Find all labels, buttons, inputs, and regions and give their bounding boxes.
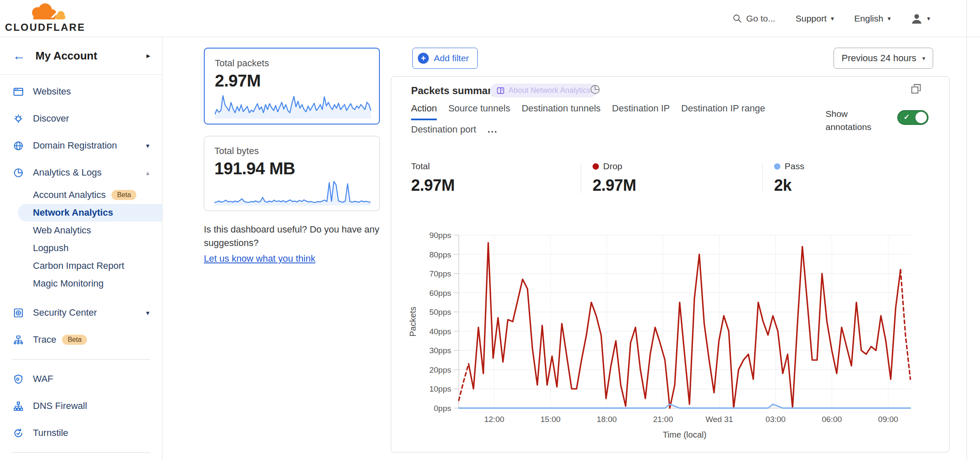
tab-destination-ip-range[interactable]: Destination IP range xyxy=(681,103,765,120)
global-search[interactable]: Go to... xyxy=(733,14,775,24)
chevron-down-icon: ▾ xyxy=(927,15,930,22)
svg-text:20pps: 20pps xyxy=(429,365,451,374)
page-scrollbar-track[interactable] xyxy=(966,0,967,460)
svg-text:Wed 31: Wed 31 xyxy=(706,415,733,424)
globe-icon xyxy=(13,140,24,152)
sidebar-item-carbon-impact-report[interactable]: Carbon Impact Report xyxy=(0,257,162,275)
svg-text:50pps: 50pps xyxy=(429,308,451,317)
feedback-link[interactable]: Let us know what you think xyxy=(204,252,315,265)
sidebar-item-magic-monitoring[interactable]: Magic Monitoring xyxy=(0,275,162,292)
sidebar-item-logpush[interactable]: Logpush xyxy=(0,239,162,257)
sidebar-item-domain-registration[interactable]: Domain Registration ▾ xyxy=(0,132,162,159)
total-packets-card[interactable]: Total packets 2.97M xyxy=(204,48,380,124)
search-label: Go to... xyxy=(746,14,775,24)
tab-destination-port[interactable]: Destination port xyxy=(411,124,476,140)
sidebar-item-label: DNS Firewall xyxy=(33,400,87,411)
tab-destination-ip[interactable]: Destination IP xyxy=(612,103,670,120)
stats-row: Total 2.97M Drop 2.97M Pass xyxy=(391,161,950,195)
svg-text:18:00: 18:00 xyxy=(597,415,617,424)
cloudflare-logo[interactable]: CLOUDFLARE xyxy=(9,3,81,33)
sidebar-item-account-analytics[interactable]: Account Analytics Beta xyxy=(0,186,162,204)
sidebar-item-label: WAF xyxy=(33,373,53,384)
show-annotations-label: Show annotations xyxy=(826,107,889,133)
pie-chart-icon xyxy=(13,167,24,179)
sidebar-item-websites[interactable]: Websites xyxy=(0,78,162,105)
sidebar-item-security-center[interactable]: Security Center ▾ xyxy=(0,299,162,326)
chevron-right-icon[interactable]: ▸ xyxy=(146,51,150,60)
toggle-knob xyxy=(915,112,927,123)
card-title: Total bytes xyxy=(214,146,369,157)
back-arrow-icon[interactable]: ← xyxy=(13,49,25,62)
stat-divider xyxy=(762,163,763,193)
chevron-down-icon: ▾ xyxy=(922,55,925,62)
about-label: About Network Analytics xyxy=(509,86,590,95)
sidebar-item-waf[interactable]: WAF xyxy=(0,365,162,392)
add-filter-button[interactable]: + Add filter xyxy=(412,48,478,69)
cloudflare-cloud-icon xyxy=(22,3,69,21)
sidebar-item-web-analytics[interactable]: Web Analytics xyxy=(0,222,162,239)
main-content: + Add filter Previous 24 hours ▾ Packets… xyxy=(391,37,950,460)
add-filter-label: Add filter xyxy=(434,53,469,63)
sidebar-item-discover[interactable]: Discover xyxy=(0,105,162,132)
trace-nodes-icon xyxy=(13,334,24,346)
svg-text:15:00: 15:00 xyxy=(541,415,561,424)
sidebar-item-label: Account Analytics xyxy=(33,189,106,200)
dimension-tabs-row2: Destination port ... xyxy=(411,124,498,140)
svg-text:40pps: 40pps xyxy=(429,327,451,336)
tab-action[interactable]: Action xyxy=(411,103,437,120)
total-packets-sparkline xyxy=(215,92,371,119)
sidebar-divider xyxy=(12,359,150,360)
account-header: ← My Account ▸ xyxy=(0,37,162,75)
expand-panel-icon[interactable] xyxy=(910,83,922,95)
language-menu[interactable]: English ▾ xyxy=(854,14,891,24)
sidebar-item-turnstile[interactable]: Turnstile xyxy=(0,419,162,446)
sidebar-item-label: Carbon Impact Report xyxy=(33,260,124,271)
drop-series-dot xyxy=(593,163,599,170)
sidebar-item-label: Web Analytics xyxy=(33,225,91,236)
sidebar-item-analytics-logs[interactable]: Analytics & Logs ▴ xyxy=(0,159,162,186)
svg-text:10pps: 10pps xyxy=(429,384,451,393)
total-bytes-card[interactable]: Total bytes 191.94 MB xyxy=(204,136,380,211)
show-annotations-toggle[interactable]: ✓ xyxy=(897,110,929,125)
svg-text:12:00: 12:00 xyxy=(484,415,504,424)
browser-window-icon xyxy=(13,86,24,97)
packets-summary-panel: Packets summary About Network Analytics … xyxy=(391,76,950,452)
stat-value: 2.97M xyxy=(411,176,455,195)
user-avatar-icon xyxy=(911,13,923,24)
more-tabs-ellipsis[interactable]: ... xyxy=(487,124,498,140)
rotate-check-icon xyxy=(13,428,24,439)
beta-badge: Beta xyxy=(62,335,87,345)
sidebar-item-label: Websites xyxy=(33,86,71,97)
sidebar-item-dns-firewall[interactable]: DNS Firewall xyxy=(0,392,162,419)
left-sidebar: ← My Account ▸ Websites Discover xyxy=(0,37,162,460)
support-menu[interactable]: Support ▾ xyxy=(796,14,834,24)
card-title: Total packets xyxy=(215,58,369,69)
support-label: Support xyxy=(796,14,827,24)
stat-label: Drop xyxy=(603,161,623,171)
svg-text:09:00: 09:00 xyxy=(878,415,899,424)
account-menu[interactable]: ▾ xyxy=(911,13,930,24)
sidebar-item-trace[interactable]: Trace Beta xyxy=(0,326,162,353)
account-title: My Account xyxy=(35,49,97,62)
packets-time-series-chart: 0pps10pps20pps30pps40pps50pps60pps70pps8… xyxy=(391,224,950,452)
stat-label: Pass xyxy=(785,161,804,171)
feedback-block: Is this dashboard useful? Do you have an… xyxy=(204,223,390,265)
sidebar-item-label: Turnstile xyxy=(33,428,68,438)
feedback-question: Is this dashboard useful? Do you have an… xyxy=(204,223,390,250)
time-range-dropdown[interactable]: Previous 24 hours ▾ xyxy=(834,48,933,69)
sidebar-item-label: Analytics & Logs xyxy=(33,167,102,178)
sidebar-item-network-analytics[interactable]: Network Analytics xyxy=(18,204,162,222)
check-icon: ✓ xyxy=(904,113,910,122)
sidebar-item-label: Trace xyxy=(33,334,56,345)
about-network-analytics-badge[interactable]: About Network Analytics xyxy=(490,84,597,97)
tab-destination-tunnels[interactable]: Destination tunnels xyxy=(522,103,601,120)
stat-pass: Pass 2k xyxy=(774,161,804,195)
lightbulb-icon xyxy=(13,113,24,124)
tab-source-tunnels[interactable]: Source tunnels xyxy=(448,103,510,120)
brand-name: CLOUDFLARE xyxy=(5,22,85,33)
pie-chart-toggle-icon[interactable] xyxy=(590,84,601,95)
top-header: CLOUDFLARE Go to... Support ▾ English ▾ xyxy=(0,0,980,37)
panel-title: Packets summary xyxy=(411,85,497,97)
header-actions: Go to... Support ▾ English ▾ ▾ xyxy=(733,13,980,24)
stat-divider xyxy=(581,163,581,193)
